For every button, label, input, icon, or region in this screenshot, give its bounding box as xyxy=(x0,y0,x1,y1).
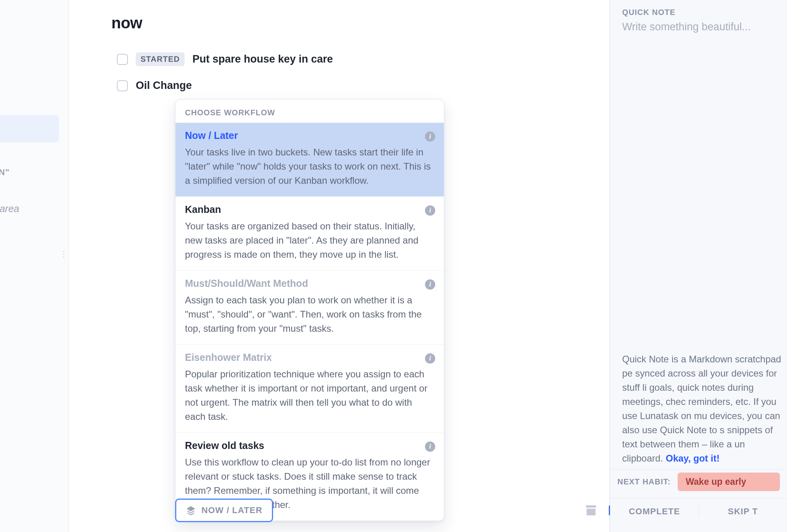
workflow-title: Now / Later xyxy=(185,130,434,141)
info-icon[interactable] xyxy=(425,205,435,216)
workflow-option-kanban[interactable]: Kanban Your tasks are organized based on… xyxy=(176,196,444,270)
task-label: Oil Change xyxy=(136,79,192,92)
info-icon[interactable] xyxy=(425,131,435,142)
task-status-pill: STARTED xyxy=(136,52,185,66)
sidebar-empty-fragment: his area xyxy=(0,203,19,214)
habit-actions: COMPLETE SKIP T xyxy=(610,498,787,524)
workflow-title: Eisenhower Matrix xyxy=(185,352,434,363)
left-sidebar-fragment: ork on MIN" his area ⋮⋮ xyxy=(0,0,69,532)
workflow-selector-button[interactable]: NOW / LATER xyxy=(175,499,273,522)
next-habit-label: NEXT HABIT: xyxy=(617,477,671,486)
quick-note-placeholder: Write something beautiful... xyxy=(622,21,751,33)
workflow-option-eisenhower[interactable]: Eisenhower Matrix Popular prioritization… xyxy=(176,344,444,432)
sidebar-tag-fragment: MIN" xyxy=(0,167,10,177)
workflow-title: Must/Should/Want Method xyxy=(185,278,434,289)
workflow-description: Assign to each task you plan to work on … xyxy=(185,293,434,336)
workflow-title: Kanban xyxy=(185,204,434,215)
workflow-description: Your tasks live in two buckets. New task… xyxy=(185,145,434,188)
info-icon[interactable] xyxy=(425,441,435,452)
workflow-title: Review old tasks xyxy=(185,440,434,451)
workflow-description: Your tasks are organized based on their … xyxy=(185,219,434,262)
info-icon[interactable] xyxy=(425,279,435,290)
info-icon[interactable] xyxy=(425,353,435,364)
habit-complete-button[interactable]: COMPLETE xyxy=(610,506,698,517)
task-label: Put spare house key in care xyxy=(192,53,333,65)
workflow-option-now-later[interactable]: Now / Later Your tasks live in two bucke… xyxy=(176,123,444,196)
quick-note-help-text: Quick Note is a Markdown scratchpad pe s… xyxy=(622,352,787,466)
quick-note-editor[interactable]: Write something beautiful... xyxy=(610,21,787,33)
workflow-option-must-should-want[interactable]: Must/Should/Want Method Assign to each t… xyxy=(176,270,444,344)
task-checkbox[interactable] xyxy=(117,54,128,65)
next-habit-bar: NEXT HABIT: Wake up early xyxy=(610,469,787,494)
quick-note-header: QUICK NOTE xyxy=(610,0,787,21)
task-row[interactable]: Oil Change xyxy=(111,79,567,92)
task-checkbox[interactable] xyxy=(117,80,128,91)
popover-header: CHOOSE WORKFLOW xyxy=(185,108,275,117)
archive-icon[interactable] xyxy=(583,502,599,518)
main-panel: now STARTED Put spare house key in care … xyxy=(69,0,610,532)
layers-icon xyxy=(186,505,196,515)
workflow-selector-label: NOW / LATER xyxy=(201,505,262,515)
workflow-description: Popular prioritization technique where y… xyxy=(185,367,434,424)
sidebar-selected-highlight[interactable] xyxy=(0,115,59,142)
next-habit-chip[interactable]: Wake up early xyxy=(678,473,780,491)
right-sidebar: QUICK NOTE Write something beautiful... … xyxy=(610,0,787,532)
bottom-toolbar: NOW / LATER xyxy=(175,497,645,524)
habit-skip-button[interactable]: SKIP T xyxy=(698,506,787,517)
section-title: now xyxy=(111,14,567,32)
quick-note-dismiss-link[interactable]: Okay, got it! xyxy=(666,453,720,464)
choose-workflow-popover: CHOOSE WORKFLOW Now / Later Your tasks l… xyxy=(175,99,444,521)
task-row[interactable]: STARTED Put spare house key in care xyxy=(111,52,567,66)
